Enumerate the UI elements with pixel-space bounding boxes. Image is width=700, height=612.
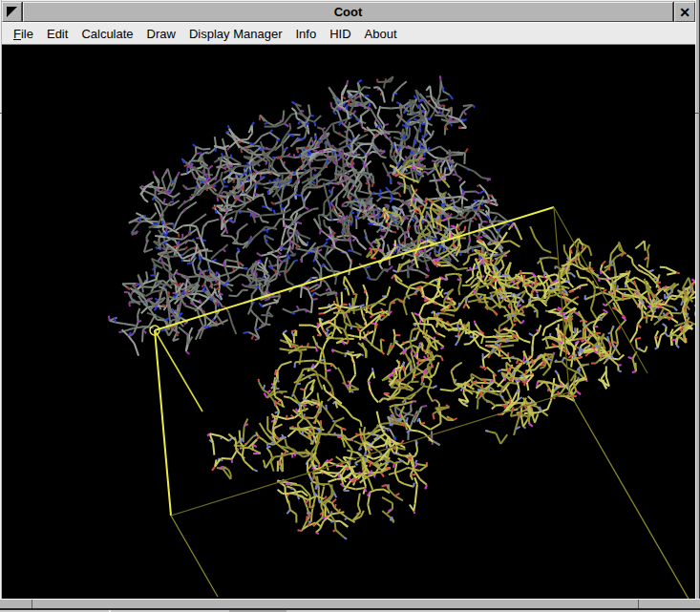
close-icon: ✕ — [679, 6, 690, 19]
frame-corner-notch — [0, 113, 2, 114]
menu-item-display-manager[interactable]: Display Manager — [189, 27, 283, 41]
close-button[interactable]: ✕ — [674, 2, 695, 22]
window-resize-border-right[interactable] — [695, 0, 700, 610]
menu-item-edit[interactable]: Edit — [47, 27, 68, 41]
frame-corner-notch — [638, 600, 639, 608]
window-menu-triangle-icon — [5, 5, 19, 19]
menu-item-info[interactable]: Info — [295, 27, 316, 41]
menu-item-draw[interactable]: Draw — [147, 27, 176, 41]
window-menu-button[interactable] — [2, 2, 22, 22]
frame-corner-notch — [32, 600, 32, 608]
frame-corner-notch — [695, 113, 700, 114]
menubar: FileEditCalculateDrawDisplay ManagerInfo… — [2, 22, 695, 45]
menu-item-hid[interactable]: HID — [329, 27, 350, 41]
molecular-viewport[interactable] — [2, 45, 695, 599]
menu-item-file[interactable]: File — [13, 27, 33, 41]
molecular-scene — [2, 45, 695, 599]
titlebar[interactable]: Coot ✕ — [2, 2, 695, 22]
window-title: Coot — [23, 2, 673, 22]
menu-item-about[interactable]: About — [365, 27, 397, 41]
window-resize-border-bottom[interactable] — [0, 599, 700, 610]
coot-window: Coot ✕ FileEditCalculateDrawDisplay Mana… — [0, 0, 700, 612]
menu-item-calculate[interactable]: Calculate — [81, 27, 133, 41]
